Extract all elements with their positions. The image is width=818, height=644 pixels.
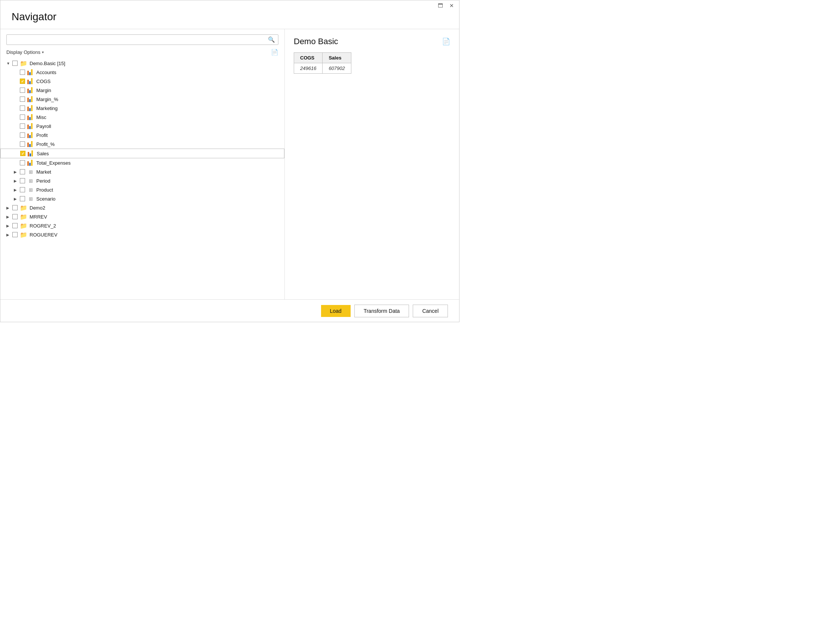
tree-expand-icon[interactable]: ▶: [6, 206, 12, 210]
folder-icon: 📁: [20, 60, 27, 66]
tree-item[interactable]: ▶ 📁 MRREV: [0, 212, 284, 221]
tree-expand-icon[interactable]: ▶: [6, 233, 12, 237]
transform-data-button[interactable]: Transform Data: [354, 305, 409, 317]
tree-checkbox[interactable]: [20, 169, 25, 174]
tree-expand-icon[interactable]: ▶: [14, 188, 19, 192]
folder-icon: 📁: [20, 223, 27, 228]
tree-expand-icon[interactable]: ▶: [14, 197, 19, 201]
tree-checkbox[interactable]: [20, 151, 26, 156]
tree-item[interactable]: Margin: [0, 86, 284, 95]
close-button[interactable]: ✕: [448, 3, 455, 9]
table-icon: ⊞: [27, 178, 34, 184]
tree-expand-icon[interactable]: ▼: [6, 61, 12, 66]
tree-item-label: Sales: [37, 151, 49, 156]
tree-container[interactable]: ▼ 📁 Demo.Basic [15] Accounts COGS Margin: [0, 59, 284, 305]
tree-item-label: Misc: [36, 115, 46, 120]
tree-expand-icon[interactable]: ▶: [6, 215, 12, 219]
search-row: 🔍: [6, 34, 279, 45]
tree-item-label: Profit_%: [36, 141, 55, 147]
minimize-button[interactable]: 🗖: [437, 3, 444, 9]
table-icon: ⊞: [27, 187, 34, 193]
tree-checkbox[interactable]: [20, 141, 25, 147]
tree-item[interactable]: ▶ 📁 ROGREV_2: [0, 221, 284, 230]
tree-expand-icon[interactable]: ▶: [6, 224, 12, 228]
tree-checkbox[interactable]: [12, 223, 18, 228]
tree-item-label: Period: [36, 178, 51, 184]
bar-chart-icon: [28, 150, 34, 156]
tree-checkbox[interactable]: [20, 78, 25, 84]
tree-checkbox[interactable]: [20, 132, 25, 138]
tree-item-label: Market: [36, 169, 51, 175]
tree-checkbox[interactable]: [12, 61, 18, 66]
tree-checkbox[interactable]: [20, 115, 25, 120]
tree-item[interactable]: Profit: [0, 130, 284, 140]
preview-table-header: COGS: [294, 53, 323, 63]
table-cell: 249616: [294, 63, 323, 74]
tree-expand-icon[interactable]: ▶: [14, 170, 19, 174]
tree-item[interactable]: Payroll: [0, 122, 284, 130]
tree-item[interactable]: ▶ ⊞ Period: [0, 176, 284, 185]
tree-item[interactable]: COGS: [0, 77, 284, 86]
tree-item[interactable]: ▶ 📁 ROGUEREV: [0, 230, 284, 239]
tree-item[interactable]: ▶ ⊞ Product: [0, 185, 284, 194]
table-icon: ⊞: [27, 169, 34, 175]
tree-item[interactable]: Profit_%: [0, 140, 284, 149]
tree-item[interactable]: Accounts: [0, 68, 284, 77]
tree-checkbox[interactable]: [20, 97, 25, 102]
bar-chart-icon: [27, 96, 34, 102]
tree-checkbox[interactable]: [20, 106, 25, 111]
display-options-caret-icon: ▾: [42, 50, 44, 54]
bar-chart-icon: [27, 78, 34, 84]
tree-item-label: Demo2: [29, 205, 45, 211]
right-panel: Demo Basic 📄 COGSSales249616607902: [285, 29, 459, 305]
tree-item[interactable]: Total_Expenses: [0, 158, 284, 167]
tree-expand-icon[interactable]: ▶: [14, 179, 19, 183]
tree-item-label: Margin_%: [36, 97, 58, 102]
tree-item[interactable]: ▶ 📁 Demo2: [0, 203, 284, 212]
tree-checkbox[interactable]: [20, 70, 25, 75]
tree-item[interactable]: ▶ ⊞ Scenario: [0, 194, 284, 203]
tree-item-label: ROGUEREV: [29, 232, 57, 238]
tree-checkbox[interactable]: [20, 87, 25, 93]
tree-item-label: Demo.Basic [15]: [29, 61, 65, 66]
titlebar: 🗖 ✕: [0, 0, 459, 11]
tree-item[interactable]: Margin_%: [0, 95, 284, 104]
tree-item[interactable]: ▼ 📁 Demo.Basic [15]: [0, 59, 284, 68]
folder-icon: 📁: [20, 232, 27, 238]
display-options-button[interactable]: Display Options ▾: [6, 49, 44, 55]
tree-item-label: Product: [36, 187, 53, 193]
tree-item[interactable]: Marketing: [0, 104, 284, 113]
load-icon-button[interactable]: 📄: [271, 49, 279, 56]
preview-table: COGSSales249616607902: [294, 52, 351, 74]
tree-checkbox[interactable]: [12, 232, 18, 237]
table-icon: ⊞: [27, 196, 34, 202]
tree-item[interactable]: ▶ ⊞ Market: [0, 167, 284, 176]
main-layout: 🔍 Display Options ▾ 📄 ▼ 📁 Demo.Basic [15…: [0, 29, 459, 305]
tree-checkbox[interactable]: [12, 205, 18, 210]
tree-item-label: COGS: [36, 78, 51, 84]
bottom-bar: Load Transform Data Cancel: [0, 299, 459, 322]
display-options-label: Display Options: [6, 49, 40, 55]
search-icon: 🔍: [268, 36, 275, 43]
tree-item-label: Profit: [36, 132, 47, 138]
cancel-button[interactable]: Cancel: [413, 305, 448, 317]
table-cell: 607902: [323, 63, 351, 74]
dialog-title: Navigator: [0, 11, 459, 29]
tree-checkbox[interactable]: [20, 124, 25, 129]
tree-checkbox[interactable]: [20, 196, 25, 201]
left-panel: 🔍 Display Options ▾ 📄 ▼ 📁 Demo.Basic [15…: [0, 29, 285, 305]
tree-checkbox[interactable]: [20, 187, 25, 192]
folder-icon: 📁: [20, 214, 27, 220]
bar-chart-icon: [27, 105, 34, 111]
tree-item-label: ROGREV_2: [29, 223, 56, 228]
search-input[interactable]: [10, 37, 266, 43]
load-button[interactable]: Load: [321, 305, 351, 317]
tree-checkbox[interactable]: [20, 160, 25, 166]
bar-chart-icon: [27, 123, 34, 129]
tree-item[interactable]: Sales: [0, 149, 284, 158]
bar-chart-icon: [27, 141, 34, 147]
preview-export-icon[interactable]: 📄: [442, 37, 450, 46]
tree-checkbox[interactable]: [20, 178, 25, 183]
tree-checkbox[interactable]: [12, 214, 18, 219]
tree-item[interactable]: Misc: [0, 113, 284, 122]
